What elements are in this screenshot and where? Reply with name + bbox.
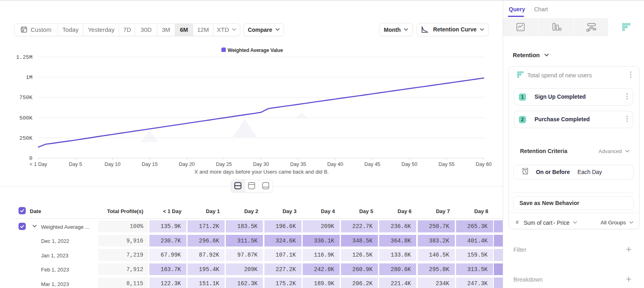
svg-text:250K: 250K (19, 135, 33, 141)
svg-text:Day 25: Day 25 (216, 162, 232, 167)
svg-text:Day 10: Day 10 (105, 162, 121, 167)
svg-text:Day 45: Day 45 (364, 162, 380, 167)
svg-text:Day 50: Day 50 (401, 162, 417, 167)
svg-text:Day 20: Day 20 (179, 162, 195, 167)
svg-text:500K: 500K (19, 115, 33, 121)
svg-text:1M: 1M (26, 75, 32, 81)
svg-text:X and more days before your Us: X and more days before your Users came b… (194, 169, 329, 175)
svg-text:Day 60: Day 60 (476, 162, 492, 167)
svg-text:1.25M: 1.25M (16, 54, 33, 60)
svg-text:Day 55: Day 55 (439, 162, 455, 167)
svg-text:750K: 750K (19, 95, 33, 101)
svg-text:Day 35: Day 35 (290, 162, 306, 167)
svg-text:Day 30: Day 30 (253, 162, 269, 167)
svg-text:Day 5: Day 5 (69, 162, 82, 167)
svg-text:0: 0 (29, 155, 32, 162)
svg-text:Day 15: Day 15 (142, 162, 158, 167)
svg-text:< 1 Day: < 1 Day (29, 162, 47, 167)
svg-text:Day 40: Day 40 (327, 162, 343, 167)
